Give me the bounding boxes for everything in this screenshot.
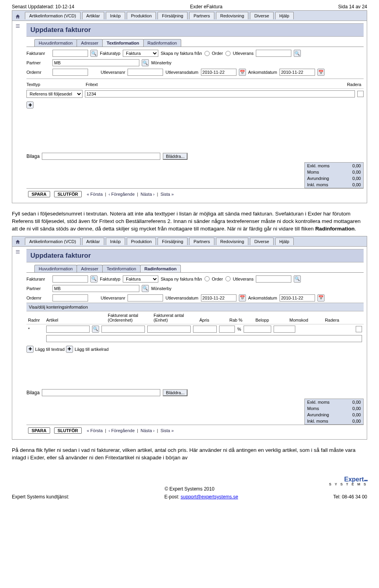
- nav-tab-artikelinfo[interactable]: Artikelinformation (VCD): [25, 238, 81, 245]
- nav-tab-artiklar[interactable]: Artiklar: [82, 12, 104, 19]
- tab-textinformation[interactable]: Textinformation: [102, 39, 143, 47]
- lookup-skapa-icon[interactable]: 🔍: [294, 275, 301, 283]
- nav-tab-artikelinfo[interactable]: Artikelinformation (VCD): [25, 12, 81, 19]
- th-radnr: Radnr: [28, 318, 44, 322]
- input-skapa-nr[interactable]: [256, 50, 291, 57]
- nav-tab-forsaljning[interactable]: Försäljning: [158, 12, 188, 19]
- app-window-textinformation: Artikelinformation (VCD) Artiklar Inköp …: [12, 10, 367, 203]
- paging-next[interactable]: Nästa ›: [139, 428, 156, 433]
- tab-radinformation[interactable]: Radinformation: [140, 265, 181, 272]
- lookup-partner-icon[interactable]: 🔍: [142, 285, 149, 292]
- kontering-header[interactable]: Visa/dölj konteringsinformation: [26, 303, 364, 311]
- complete-button[interactable]: SLUTFÖR: [54, 191, 82, 197]
- paging-first[interactable]: « Första: [86, 428, 104, 433]
- tab-radinformation[interactable]: Radinformation: [143, 39, 182, 47]
- nav-tab-produktion[interactable]: Produktion: [127, 238, 156, 245]
- browse-button[interactable]: Bläddra...: [163, 153, 188, 160]
- doc-header-left: Senast Uppdaterad: 10-12-14: [12, 4, 74, 9]
- radio-order[interactable]: [205, 51, 210, 56]
- save-button[interactable]: SPARA: [28, 427, 50, 434]
- nav-tab-inkop[interactable]: Inköp: [106, 238, 125, 245]
- home-icon[interactable]: [15, 14, 21, 19]
- checkbox-radera-line[interactable]: [356, 326, 362, 332]
- lookup-artikel-icon[interactable]: 🔍: [92, 326, 99, 333]
- input-partner[interactable]: [53, 59, 139, 66]
- input-fa-order[interactable]: [101, 326, 145, 333]
- radio-order[interactable]: [205, 276, 210, 281]
- input-bilaga[interactable]: [42, 153, 160, 160]
- input-momskod[interactable]: [274, 326, 295, 333]
- list-icon[interactable]: [15, 23, 21, 29]
- val-exkl: 0,00: [353, 163, 361, 168]
- input-apris[interactable]: [193, 326, 217, 333]
- input-ordernr[interactable]: [53, 69, 88, 76]
- nav-tab-diverse[interactable]: Diverse: [250, 238, 273, 245]
- lookup-partner-icon[interactable]: 🔍: [142, 59, 149, 66]
- input-bilaga[interactable]: [42, 389, 160, 396]
- nav-tab-redovisning[interactable]: Redovisning: [216, 238, 249, 245]
- paging-last[interactable]: Sista »: [159, 428, 175, 433]
- nav-tab-diverse[interactable]: Diverse: [250, 12, 273, 19]
- add-articlerow-icon[interactable]: ✚: [66, 346, 73, 353]
- nav-tab-inkop[interactable]: Inköp: [106, 12, 125, 19]
- input-skapa-nr[interactable]: [256, 275, 291, 283]
- select-fakturatyp[interactable]: Faktura: [123, 275, 158, 283]
- paging-last[interactable]: Sista »: [159, 192, 175, 197]
- paging-next[interactable]: Nästa ›: [139, 192, 156, 197]
- calendar-utlev-icon[interactable]: 📅: [239, 69, 246, 76]
- save-button[interactable]: SPARA: [28, 191, 50, 197]
- radio-utleverans[interactable]: [225, 276, 231, 281]
- calendar-ankomst-icon[interactable]: 📅: [317, 69, 325, 76]
- input-partner[interactable]: [53, 285, 139, 292]
- nav-tab-produktion[interactable]: Produktion: [127, 12, 156, 19]
- browse-button[interactable]: Bläddra...: [163, 389, 188, 396]
- lookup-fakturanr-icon[interactable]: 🔍: [90, 275, 98, 283]
- input-fa-enhet[interactable]: [147, 326, 191, 333]
- nav-tab-hjalp[interactable]: Hjälp: [275, 12, 294, 19]
- tab-textinformation[interactable]: Textinformation: [102, 265, 141, 272]
- add-row-icon[interactable]: ✚: [26, 101, 34, 109]
- input-ankomst[interactable]: [280, 294, 315, 301]
- nav-tab-redovisning[interactable]: Redovisning: [216, 12, 249, 19]
- calendar-utlev-icon[interactable]: 📅: [239, 294, 246, 301]
- nav-tab-partners[interactable]: Partners: [189, 12, 214, 19]
- tab-huvudinformation[interactable]: Huvudinformation: [34, 265, 77, 272]
- nav-tab-hjalp[interactable]: Hjälp: [275, 238, 294, 245]
- complete-button[interactable]: SLUTFÖR: [54, 427, 82, 434]
- input-belopp[interactable]: [244, 326, 271, 333]
- nav-tab-forsaljning[interactable]: Försäljning: [158, 238, 188, 245]
- paging-prev[interactable]: ‹ Föregående: [107, 428, 136, 433]
- input-fakturanr[interactable]: [53, 275, 88, 283]
- home-icon[interactable]: [15, 239, 21, 245]
- paging-first[interactable]: « Första: [86, 192, 104, 197]
- lbl-inkl: Inkl. moms: [307, 419, 328, 423]
- lookup-fakturanr-icon[interactable]: 🔍: [90, 50, 98, 57]
- tab-adresser[interactable]: Adresser: [77, 265, 103, 272]
- input-rab[interactable]: [219, 326, 235, 333]
- lookup-skapa-icon[interactable]: 🔍: [294, 50, 301, 57]
- tab-huvudinformation[interactable]: Huvudinformation: [34, 39, 77, 47]
- nav-tab-artiklar[interactable]: Artiklar: [82, 238, 104, 245]
- input-artikel-desc[interactable]: [46, 335, 362, 342]
- checkbox-radera[interactable]: [357, 91, 364, 97]
- tab-adresser[interactable]: Adresser: [77, 39, 103, 47]
- radio-utleverans[interactable]: [225, 51, 231, 56]
- add-textrow-icon[interactable]: ✚: [26, 346, 34, 353]
- input-fakturanr[interactable]: [53, 50, 88, 57]
- paging-prev[interactable]: ‹ Föregående: [107, 192, 136, 197]
- input-ankomst[interactable]: [280, 69, 315, 76]
- input-ordernr[interactable]: [53, 294, 88, 301]
- input-utlevnr[interactable]: [128, 294, 163, 301]
- lbl-monsterby: Mönsterby: [151, 286, 171, 291]
- input-artikel[interactable]: [46, 326, 90, 333]
- input-utlevnr[interactable]: [128, 69, 163, 76]
- list-icon[interactable]: [15, 249, 21, 255]
- nav-tab-partners[interactable]: Partners: [189, 238, 214, 245]
- input-utlevdatum[interactable]: [201, 294, 236, 301]
- epost-link[interactable]: support@expertsystems.se: [181, 494, 238, 500]
- select-fakturatyp[interactable]: Faktura: [123, 50, 158, 57]
- calendar-ankomst-icon[interactable]: 📅: [317, 294, 325, 301]
- select-texttyp[interactable]: Referens till följesedel: [26, 90, 83, 98]
- input-utlevdatum[interactable]: [201, 69, 236, 76]
- input-fritext[interactable]: [85, 90, 355, 97]
